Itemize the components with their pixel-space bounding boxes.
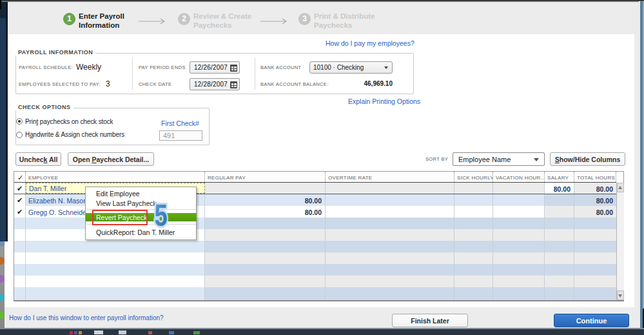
svg-text:5: 5 <box>154 198 167 233</box>
